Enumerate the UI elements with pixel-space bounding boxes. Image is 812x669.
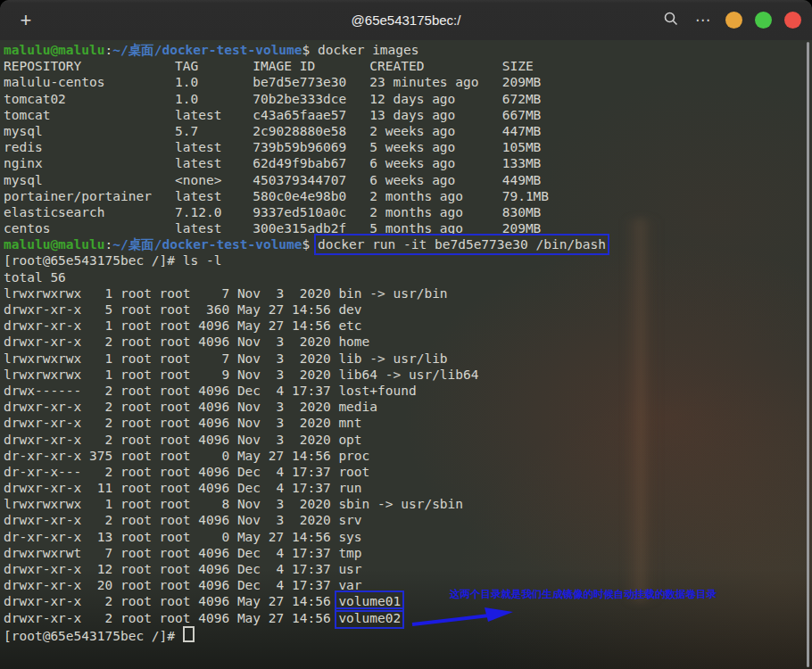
- terminal-window: + @65e543175bec:/ ⋯ malulu@malulu:~/桌面/d…: [0, 0, 812, 669]
- terminal-line-15: total 56: [4, 269, 606, 285]
- terminal-line-27: dr-xr-x--- 2 root root 4096 Dec 4 17:37 …: [4, 464, 606, 480]
- terminal-line-32: drwxrwxrwt 7 root root 4096 Dec 4 17:37 …: [4, 545, 606, 561]
- terminal-line-12: centos latest 300e315adb2f 5 months ago …: [4, 220, 606, 236]
- scrollbar[interactable]: [807, 42, 809, 667]
- terminal-line-3: malulu-centos 1.0 be7d5e773e30 23 minute…: [4, 74, 606, 90]
- terminal-line-5: tomcat latest c43a65faae57 13 days ago 6…: [4, 107, 606, 123]
- terminal-screen[interactable]: malulu@malulu:~/桌面/docker-test-volume$ d…: [0, 40, 812, 669]
- minimize-button[interactable]: [725, 12, 742, 29]
- terminal-line-11: elasticsearch 7.12.0 9337ed510a0c 2 mont…: [4, 204, 606, 220]
- maximize-button[interactable]: [755, 12, 772, 29]
- menu-icon: ⋯: [695, 16, 711, 25]
- search-icon: [663, 11, 679, 29]
- terminal-line-29: lrwxrwxrwx 1 root root 8 Nov 3 2020 sbin…: [4, 496, 606, 512]
- highlight-box: volume01: [338, 594, 401, 608]
- terminal-line-37: [root@65e543175bec /]#: [4, 626, 606, 642]
- terminal-line-28: drwxr-xr-x 11 root root 4096 Dec 4 17:37…: [4, 480, 606, 496]
- terminal-line-1: malulu@malulu:~/桌面/docker-test-volume$ d…: [4, 42, 606, 58]
- terminal-line-19: drwxr-xr-x 2 root root 4096 Nov 3 2020 h…: [4, 334, 606, 350]
- annotation-note: 这两个目录就是我们生成镜像的时候自动挂载的数据卷目录: [450, 588, 717, 601]
- terminal-line-2: REPOSITORY TAG IMAGE ID CREATED SIZE: [4, 58, 606, 74]
- search-button[interactable]: [661, 9, 681, 31]
- close-button[interactable]: [784, 12, 801, 29]
- terminal-cursor: [183, 626, 195, 642]
- terminal-line-21: lrwxrwxrwx 1 root root 9 Nov 3 2020 lib6…: [4, 367, 606, 383]
- terminal-line-13: malulu@malulu:~/桌面/docker-test-volume$ d…: [4, 236, 606, 252]
- titlebar-controls: ⋯: [661, 9, 801, 31]
- titlebar: + @65e543175bec:/ ⋯: [0, 0, 812, 41]
- terminal-line-9: mysql <none> 450379344707 6 weeks ago 44…: [4, 172, 606, 188]
- terminal-line-26: dr-xr-xr-x 375 root root 0 May 27 14:56 …: [4, 448, 606, 464]
- terminal-line-22: drwx------ 2 root root 4096 Dec 4 17:37 …: [4, 383, 606, 399]
- terminal-line-4: tomcat02 1.0 70b2be333dce 12 days ago 67…: [4, 91, 606, 107]
- terminal-line-8: nginx latest 62d49f9bab67 6 weeks ago 13…: [4, 155, 606, 171]
- terminal-line-33: drwxr-xr-x 12 root root 4096 Dec 4 17:37…: [4, 561, 606, 577]
- terminal-line-18: drwxr-xr-x 1 root root 4096 May 27 14:56…: [4, 318, 606, 334]
- highlight-box: volume02: [338, 611, 401, 625]
- terminal-line-36: drwxr-xr-x 2 root root 4096 May 27 14:56…: [4, 610, 606, 626]
- terminal-line-25: drwxr-xr-x 2 root root 4096 Nov 3 2020 o…: [4, 432, 606, 448]
- terminal-line-17: drwxr-xr-x 5 root root 360 May 27 14:56 …: [4, 301, 606, 318]
- terminal-line-24: drwxr-xr-x 2 root root 4096 Nov 3 2020 m…: [4, 415, 606, 431]
- terminal-line-6: mysql 5.7 2c9028880e58 2 weeks ago 447MB: [4, 123, 606, 139]
- terminal-line-23: drwxr-xr-x 2 root root 4096 Nov 3 2020 m…: [4, 399, 606, 415]
- wallpaper-pillar: [623, 219, 660, 602]
- terminal-line-31: dr-xr-xr-x 13 root root 0 May 27 14:56 s…: [4, 529, 606, 545]
- new-tab-button[interactable]: +: [12, 7, 39, 34]
- terminal-line-30: drwxr-xr-x 2 root root 4096 Nov 3 2020 s…: [4, 512, 606, 528]
- terminal-line-16: lrwxrwxrwx 1 root root 7 Nov 3 2020 bin …: [4, 285, 606, 301]
- menu-button[interactable]: ⋯: [693, 14, 713, 27]
- terminal-output: malulu@malulu:~/桌面/docker-test-volume$ d…: [4, 42, 606, 642]
- terminal-line-14: [root@65e543175bec /]# ls -l: [4, 252, 606, 268]
- highlight-box: docker run -it be7d5e773e30 /bin/bash: [318, 237, 606, 252]
- terminal-line-10: portainer/portainer latest 580c0e4e98b0 …: [4, 188, 606, 204]
- terminal-line-7: redis latest 739b59b96069 5 weeks ago 10…: [4, 139, 606, 155]
- terminal-line-20: lrwxrwxrwx 1 root root 7 Nov 3 2020 lib …: [4, 351, 606, 367]
